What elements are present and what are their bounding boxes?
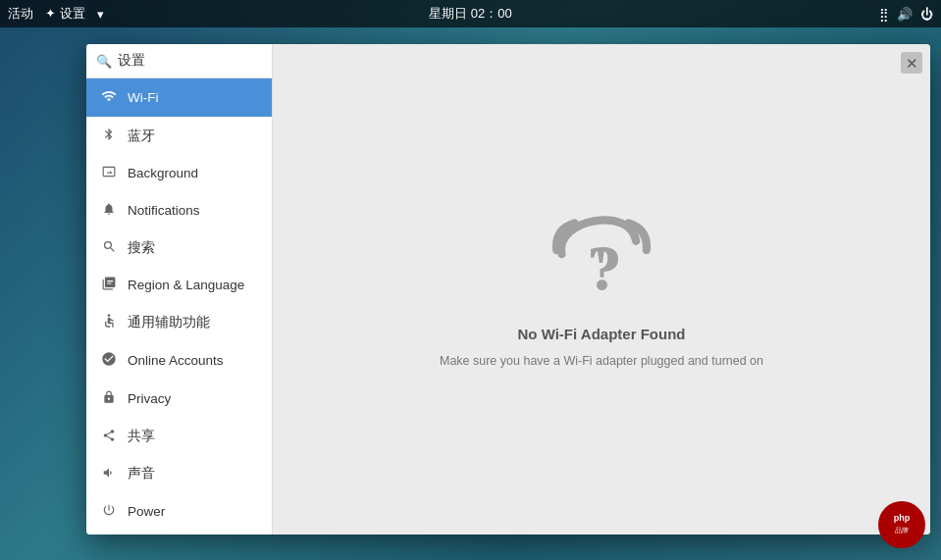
settings-title: 设置: [118, 52, 145, 70]
settings-menu-button[interactable]: ✦ 设置: [45, 5, 85, 23]
online-accounts-icon: [100, 351, 118, 370]
notifications-icon: [100, 201, 118, 220]
wifi-icon: [100, 88, 118, 107]
sidebar-power-label: Power: [128, 504, 165, 519]
sidebar-search-label: 搜索: [128, 239, 155, 257]
sidebar-item-region[interactable]: Region & Language: [86, 267, 272, 303]
sidebar-online-accounts-label: Online Accounts: [128, 353, 224, 368]
privacy-icon: [100, 389, 118, 408]
search-nav-icon: [100, 239, 118, 257]
sidebar-wifi-label: Wi-Fi: [128, 90, 158, 105]
sidebar-header: 🔍 设置: [86, 44, 272, 78]
bluetooth-icon: [100, 127, 118, 145]
window-body: 🔍 设置 Wi-Fi: [86, 44, 930, 535]
sidebar-item-notifications[interactable]: Notifications: [86, 191, 272, 229]
main-content: ✕ ': [273, 44, 930, 535]
close-btn-wrapper: ✕: [901, 52, 922, 74]
sharing-icon: [100, 429, 118, 445]
sidebar-sharing-label: 共享: [128, 428, 155, 445]
sound-icon: [100, 466, 118, 483]
sidebar-item-power[interactable]: Power: [86, 492, 272, 531]
power-icon[interactable]: ⏻: [920, 7, 933, 22]
network-icon[interactable]: ⣿: [879, 7, 889, 22]
settings-arrow-icon[interactable]: ▾: [97, 7, 104, 22]
svg-point-0: [108, 314, 111, 317]
no-wifi-subtitle: Make sure you have a Wi-Fi adapter plugg…: [440, 354, 763, 368]
sidebar-bluetooth-label: 蓝牙: [128, 127, 155, 145]
topbar-left: 活动 ✦ 设置 ▾: [8, 5, 104, 23]
topbar-right: ⣿ 🔊 ⏻: [879, 7, 933, 22]
volume-icon[interactable]: 🔊: [897, 7, 913, 22]
sidebar: 🔍 设置 Wi-Fi: [86, 44, 273, 535]
no-wifi-title: No Wi-Fi Adapter Found: [518, 326, 686, 342]
sidebar-item-online-accounts[interactable]: Online Accounts: [86, 341, 272, 380]
no-wifi-container: ' ? No Wi-Fi Adapter Found Make sure you…: [440, 212, 763, 368]
php-logo-text: php品牌: [894, 513, 911, 535]
sidebar-privacy-label: Privacy: [128, 391, 171, 406]
sidebar-item-search[interactable]: 搜索: [86, 229, 272, 267]
sidebar-background-label: Background: [128, 166, 198, 180]
svg-text:?: ?: [587, 235, 620, 303]
sidebar-item-sharing[interactable]: 共享: [86, 418, 272, 455]
sidebar-sound-label: 声音: [128, 465, 155, 483]
sidebar-notifications-label: Notifications: [128, 203, 200, 218]
no-wifi-icon: ' ?: [548, 212, 655, 314]
activities-button[interactable]: 活动: [8, 5, 33, 23]
sidebar-region-label: Region & Language: [128, 278, 244, 292]
search-icon: 🔍: [96, 54, 112, 69]
region-icon: [100, 277, 118, 293]
sidebar-item-background[interactable]: Background: [86, 155, 272, 191]
power-settings-icon: [100, 502, 118, 521]
sidebar-item-bluetooth[interactable]: 蓝牙: [86, 117, 272, 155]
accessibility-icon: [100, 313, 118, 331]
sidebar-accessibility-label: 通用辅助功能: [128, 314, 210, 331]
window-close-button[interactable]: ✕: [901, 52, 922, 74]
sidebar-item-privacy[interactable]: Privacy: [86, 380, 272, 418]
settings-window: 🔍 设置 Wi-Fi: [86, 44, 930, 535]
background-icon: [100, 165, 118, 181]
sidebar-item-sound[interactable]: 声音: [86, 455, 272, 492]
php-logo: php品牌: [878, 501, 925, 548]
topbar-datetime: 星期日 02：00: [429, 5, 512, 23]
desktop: 活动 ✦ 设置 ▾ 星期日 02：00 ⣿ 🔊 ⏻ 🔍 设置: [0, 0, 941, 560]
sidebar-item-accessibility[interactable]: 通用辅助功能: [86, 303, 272, 341]
sidebar-item-wifi[interactable]: Wi-Fi: [86, 78, 272, 117]
topbar: 活动 ✦ 设置 ▾ 星期日 02：00 ⣿ 🔊 ⏻: [0, 0, 941, 27]
